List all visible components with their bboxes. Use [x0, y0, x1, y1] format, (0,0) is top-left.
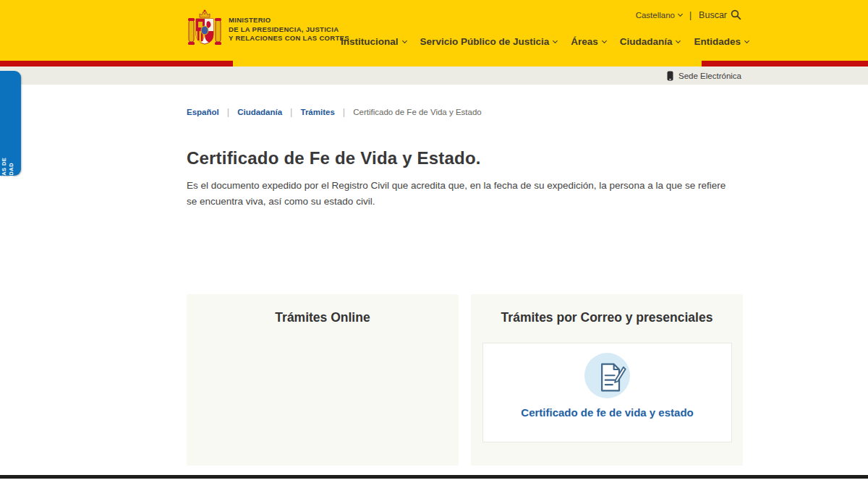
card-tramites-online: Trámites Online: [187, 294, 459, 466]
chevron-down-icon: [553, 38, 558, 43]
page-description: Es el documento expedido por el Registro…: [187, 178, 736, 210]
nav-label: Institucional: [341, 36, 399, 47]
breadcrumb-separator: |: [227, 106, 229, 117]
ministry-line-3: Y RELACIONES CON LAS CORTES: [229, 34, 349, 43]
nav-item-areas[interactable]: Áreas: [571, 36, 606, 47]
language-selector[interactable]: Castellano: [636, 11, 682, 20]
ministry-name: MINISTERIO DE LA PRESIDENCIA, JUSTICIA Y…: [229, 16, 349, 43]
breadcrumb-link-ciudadania[interactable]: Ciudadanía: [237, 108, 282, 116]
breadcrumb-link-espanol[interactable]: Español: [187, 108, 219, 116]
page: MINISTERIO DE LA PRESIDENCIA, JUSTICIA Y…: [0, 0, 868, 488]
tramite-item[interactable]: Certificado de fe de vida y estado: [482, 343, 732, 442]
chevron-down-icon: [402, 38, 407, 43]
separator: |: [689, 10, 692, 20]
utility-bar: Castellano | Buscar: [636, 9, 741, 20]
nav-label: Entidades: [694, 36, 741, 47]
arrow-up-icon: [8, 204, 14, 207]
main-nav: Institucional Servicio Público de Justic…: [341, 36, 749, 47]
nav-item-entidades[interactable]: Entidades: [694, 36, 749, 47]
page-title: Certificado de Fe de Vida y Estado.: [187, 148, 868, 168]
universal-access-icon: [4, 215, 18, 230]
chevron-down-icon: [676, 38, 681, 43]
card-tramites-correo-presenciales: Trámites por Correo y presenciales Certi…: [471, 294, 743, 466]
cards-row: Trámites Online Trámites por Correo y pr…: [187, 294, 868, 466]
icon-circle: [584, 353, 630, 398]
spain-coat-of-arms-icon: [188, 9, 221, 51]
breadcrumb-separator: |: [343, 106, 345, 117]
nav-item-ciudadania[interactable]: Ciudadanía: [620, 36, 681, 47]
accessibility-tab[interactable]: HERRAMIENTAS DE ACCESIBILIDAD: [0, 71, 21, 176]
bottom-bar: [0, 475, 868, 479]
breadcrumb-current: Certificado de Fe de Vida y Estado: [353, 108, 482, 116]
language-label: Castellano: [636, 11, 675, 20]
stripe-yellow-middle: [233, 61, 702, 67]
document-pencil-icon: [595, 361, 627, 394]
nav-item-institucional[interactable]: Institucional: [341, 36, 407, 47]
flag-stripe: [0, 61, 868, 67]
stripe-red-right: [702, 61, 868, 67]
certificado-link[interactable]: Certificado de fe de vida y estado: [521, 406, 693, 419]
nav-item-servicio-publico-de-justicia[interactable]: Servicio Público de Justicia: [420, 36, 558, 47]
ministry-logo[interactable]: MINISTERIO DE LA PRESIDENCIA, JUSTICIA Y…: [188, 9, 349, 51]
chevron-down-icon: [602, 38, 607, 43]
breadcrumb: Español | Ciudadanía | Trámites | Certif…: [187, 106, 868, 117]
ministry-line-1: MINISTERIO: [229, 16, 349, 25]
ministry-line-2: DE LA PRESIDENCIA, JUSTICIA: [229, 25, 349, 34]
magnifier-icon: [731, 9, 741, 20]
card-title: Trámites por Correo y presenciales: [471, 310, 743, 325]
search-label: Buscar: [699, 10, 727, 20]
chevron-down-icon: [744, 38, 749, 43]
search-button[interactable]: Buscar: [699, 9, 741, 20]
breadcrumb-separator: |: [290, 106, 292, 117]
stripe-red-left: [0, 61, 233, 67]
breadcrumb-link-tramites[interactable]: Trámites: [301, 108, 335, 116]
site-header: MINISTERIO DE LA PRESIDENCIA, JUSTICIA Y…: [0, 0, 868, 61]
sede-electronica-link[interactable]: Sede Electrónica: [678, 72, 741, 80]
nav-label: Servicio Público de Justicia: [420, 36, 550, 47]
nav-label: Áreas: [571, 36, 598, 47]
mobile-phone-icon: [667, 71, 673, 81]
nav-label: Ciudadanía: [620, 36, 673, 47]
card-title: Trámites Online: [187, 310, 459, 325]
main-content: Español | Ciudadanía | Trámites | Certif…: [0, 85, 868, 466]
chevron-down-icon: [678, 12, 683, 17]
sede-electronica-bar: Sede Electrónica: [0, 67, 868, 85]
